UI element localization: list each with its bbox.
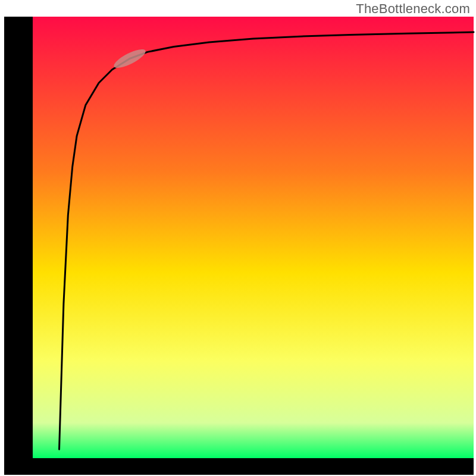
chart-container: TheBottleneck.com: [0, 0, 476, 476]
y-axis: [4, 17, 33, 475]
x-axis: [4, 458, 474, 475]
attribution-text: TheBottleneck.com: [356, 1, 470, 17]
chart-svg: [0, 0, 476, 476]
